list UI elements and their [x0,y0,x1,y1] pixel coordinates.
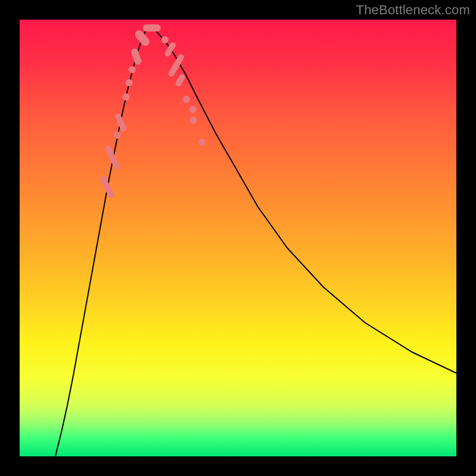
data-point [129,66,136,73]
data-point-cluster [114,112,127,132]
data-point [114,131,121,139]
data-point [189,106,196,113]
data-point [183,96,190,103]
watermark-text: TheBottleneck.com [356,2,470,18]
data-point-cluster [99,175,115,199]
data-point-cluster [143,24,161,32]
chart-svg [20,20,456,456]
data-point [198,139,205,146]
bottleneck-curve [55,26,456,456]
data-point [161,36,168,43]
data-point-cluster [104,145,121,171]
chart-frame: TheBottleneck.com [0,0,476,476]
data-point [123,93,130,101]
data-point [126,79,133,86]
data-point-cluster [130,48,143,65]
data-point-cluster [174,73,186,87]
data-point [190,117,197,124]
data-markers [99,24,205,199]
plot-area [20,20,456,456]
